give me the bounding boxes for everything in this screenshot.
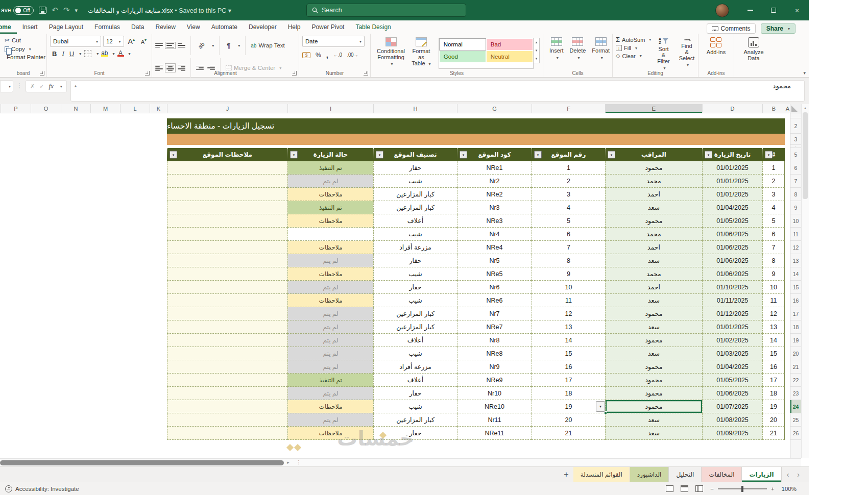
format-cells-button[interactable]: Format▾ [589,36,613,69]
status-cell[interactable]: ملاحظات [287,400,373,413]
row-header[interactable]: 8 [790,188,801,201]
table-cell[interactable]: احمد [605,188,702,201]
ribbon-tab-data[interactable]: Data [126,21,150,34]
table-cell[interactable]: 01/10/2025 [702,281,762,294]
sheet-tab-القوائم المنسدلة[interactable]: القوائم المنسدلة [573,467,630,482]
cancel-entry-icon[interactable]: ✗ [30,83,35,90]
decrease-indent-button[interactable] [196,66,204,70]
selected-cell[interactable]: محمود▾ [605,400,702,413]
maximize-button[interactable] [762,0,785,20]
row-header[interactable]: 10 [790,214,801,228]
row-header[interactable]: 12 [790,241,801,254]
table-cell[interactable]: حفار [373,161,457,175]
table-cell[interactable]: 15 [762,347,785,360]
row-header[interactable]: 24 [790,400,801,413]
table-cell[interactable]: كبار المزارعين [373,413,457,427]
zoom-out-icon[interactable]: − [710,486,714,492]
table-cell[interactable]: سعد [605,413,702,427]
status-cell[interactable]: ملاحظات [287,214,373,228]
table-cell[interactable]: Nr9 [457,360,532,374]
row-header[interactable]: 23 [790,387,801,400]
table-cell[interactable]: 2 [532,175,605,188]
zoom-level[interactable]: 100% [782,486,797,492]
table-cell[interactable]: Nr10 [457,387,532,400]
horizontal-scrollbar[interactable]: ▸ ⋮ [0,458,801,466]
ribbon-tab-developer[interactable]: Developer [243,21,282,34]
status-cell[interactable]: ملاحظات [287,267,373,281]
table-cell[interactable]: 16 [532,360,605,374]
status-cell[interactable]: لم يتم [287,334,373,347]
status-cell[interactable]: لم يتم [287,254,373,267]
table-cell[interactable]: 01/06/2025 [702,267,762,281]
accessibility-status[interactable]: Accessibility: Investigate [15,486,79,492]
table-cell[interactable] [167,400,287,413]
horizontal-scroll-thumb[interactable] [0,460,284,465]
column-header-J[interactable]: J [167,104,287,113]
row-header[interactable]: 2 [790,118,801,134]
filter-button[interactable]: ▾ [534,151,542,159]
table-cell[interactable]: 01/06/2025 [702,228,762,241]
table-cell[interactable]: Nr8 [457,334,532,347]
column-header-P[interactable]: P [1,104,31,113]
table-cell[interactable]: NRe1 [457,161,532,175]
zoom-slider[interactable] [718,488,767,489]
table-cell[interactable]: 6 [762,228,785,241]
align-bottom-button[interactable] [178,43,185,48]
save-icon[interactable] [39,7,46,14]
table-cell[interactable]: شيب [373,175,457,188]
clipboard-dialog-launcher[interactable] [40,71,44,76]
table-cell[interactable]: 12 [532,307,605,320]
accounting-format-icon[interactable]: $ [302,52,310,58]
table-cell[interactable] [167,241,287,254]
status-cell[interactable]: لم يتم [287,347,373,360]
row-header[interactable]: 5 [790,148,801,161]
decrease-decimal-button[interactable]: .00→ [347,52,358,58]
table-cell[interactable]: أعلاف [373,374,457,387]
table-cell[interactable]: NRe4 [457,241,532,254]
scroll-right-icon[interactable]: ▸ [287,460,290,465]
table-cell[interactable]: 01/01/2025 [702,175,762,188]
table-cell[interactable] [167,360,287,374]
ribbon-tab-insert[interactable]: Insert [17,21,43,34]
ribbon-tab-review[interactable]: Review [150,21,181,34]
column-header-L[interactable]: L [120,104,150,113]
status-cell[interactable]: ملاحظات [287,241,373,254]
table-cell[interactable]: 7 [532,241,605,254]
table-cell[interactable]: حفار [373,281,457,294]
ribbon-tab-automate[interactable]: Automate [206,21,243,34]
column-header-N[interactable]: N [61,104,90,113]
table-cell[interactable]: 3 [762,188,785,201]
page-break-view-icon[interactable] [695,485,703,492]
font-color-button[interactable]: A [116,51,126,57]
sort-filter-button[interactable]: AZ Sort &Filter ▾ [654,36,672,69]
filter-button[interactable]: ▾ [765,151,773,159]
cell-style-bad[interactable]: Bad [486,38,533,51]
cell-style-good[interactable]: Good [439,51,486,63]
table-cell[interactable] [167,254,287,267]
autosave-toggle[interactable]: ave Off [1,6,34,15]
table-cell[interactable]: 10 [762,281,785,294]
table-cell[interactable]: 11 [762,294,785,307]
table-cell[interactable]: 13 [532,320,605,334]
table-cell[interactable]: NRe9 [457,374,532,387]
table-cell[interactable]: محمود [605,360,702,374]
table-cell[interactable] [167,427,287,440]
table-cell[interactable]: 9 [762,267,785,281]
table-cell[interactable]: 01/05/2025 [702,214,762,228]
fill-button[interactable]: ↓Fill▾ [616,45,651,51]
row-header[interactable]: 19 [790,334,801,347]
styles-gallery-scroll[interactable]: ▴▾▾ [534,38,540,63]
table-cell[interactable]: 01/06/2025 [702,387,762,400]
table-cell[interactable]: 01/06/2025 [702,254,762,267]
table-cell[interactable]: 14 [762,334,785,347]
find-select-button[interactable]: Find &Select ▾ [676,36,698,69]
row-header[interactable] [790,440,801,458]
table-cell[interactable] [167,281,287,294]
column-header-H[interactable]: H [373,104,457,113]
table-cell[interactable]: 16 [762,360,785,374]
table-cell[interactable] [167,307,287,320]
table-cell[interactable]: 8 [762,254,785,267]
filter-button[interactable]: ▾ [705,151,712,159]
table-cell[interactable]: NRe8 [457,347,532,360]
row-header[interactable]: 7 [790,175,801,188]
